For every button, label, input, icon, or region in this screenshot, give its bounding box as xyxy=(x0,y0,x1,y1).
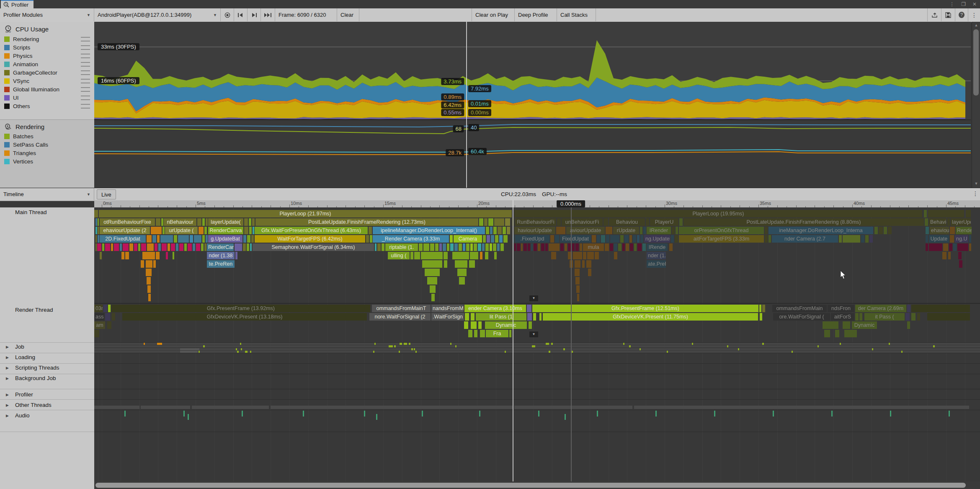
flame-segment[interactable]: ng.UpdateB xyxy=(644,235,670,243)
expand-stack-button[interactable]: ▼ xyxy=(529,295,538,301)
flame-segment[interactable] xyxy=(148,294,151,301)
flame-segment[interactable]: unBehaviourFi xyxy=(562,218,603,226)
toolbar-menu-button[interactable]: ⋮ xyxy=(968,8,980,21)
flame-segment[interactable] xyxy=(100,252,102,259)
flame-segment[interactable] xyxy=(173,252,174,259)
drag-handle-icon[interactable] xyxy=(81,70,90,75)
flame-segment[interactable] xyxy=(487,235,490,243)
flame-segment[interactable] xyxy=(480,330,485,337)
flame-segment[interactable]: WaitForTargetFPS (6.42ms) xyxy=(255,235,365,243)
flame-segment[interactable] xyxy=(455,260,467,268)
flame-segment[interactable]: nBehaviour xyxy=(164,218,196,226)
flame-segment[interactable] xyxy=(588,269,591,276)
timeline-flame-view[interactable]: PlayerLoop (21.97ms)PlayerLoop (19.95ms)… xyxy=(94,207,980,481)
flame-segment[interactable] xyxy=(503,227,506,234)
rendering-module-header[interactable]: Rendering xyxy=(0,120,94,132)
flame-segment[interactable] xyxy=(640,227,642,234)
legend-item-scripts[interactable]: Scripts xyxy=(0,43,94,52)
flame-segment[interactable] xyxy=(382,243,384,251)
flame-segment[interactable]: te.PreRen xyxy=(207,260,235,268)
drag-handle-icon[interactable] xyxy=(81,54,90,58)
flame-segment[interactable] xyxy=(199,227,204,234)
flame-segment[interactable] xyxy=(583,252,586,259)
flame-segment[interactable]: Gfx.WaitForPresentOnGfxThread (6.43ms) xyxy=(255,227,368,234)
flame-segment[interactable] xyxy=(844,330,857,337)
clear-on-play-button[interactable]: Clear on Play xyxy=(472,8,515,21)
flame-segment[interactable] xyxy=(601,235,605,243)
thread-row-main-thread[interactable]: Main Thread xyxy=(15,209,47,215)
thread-row-audio[interactable]: ▶Audio xyxy=(15,412,30,419)
flame-segment[interactable] xyxy=(637,235,640,243)
flame-segment[interactable]: FixedUpdat xyxy=(560,235,591,243)
flame-segment[interactable] xyxy=(153,260,156,268)
flame-segment[interactable] xyxy=(533,313,536,321)
flame-segment[interactable] xyxy=(759,305,761,312)
drag-handle-icon[interactable] xyxy=(81,87,90,92)
flame-segment[interactable] xyxy=(146,269,152,276)
flame-segment[interactable] xyxy=(112,313,115,321)
flame-segment[interactable] xyxy=(102,243,104,251)
flame-segment[interactable] xyxy=(509,330,511,337)
flame-segment[interactable] xyxy=(911,305,970,312)
flame-segment[interactable] xyxy=(204,243,206,251)
flame-segment[interactable] xyxy=(454,243,458,251)
thread-row-render-thread[interactable]: Render Thread xyxy=(15,307,53,313)
flame-segment[interactable] xyxy=(469,260,475,268)
flame-segment[interactable] xyxy=(235,252,237,259)
flame-segment[interactable]: nore.WaitForSignal (2 xyxy=(369,313,431,321)
flame-segment[interactable] xyxy=(419,243,423,251)
flame-segment[interactable] xyxy=(565,243,567,251)
flame-segment[interactable] xyxy=(457,269,467,276)
flame-segment[interactable] xyxy=(252,218,255,226)
flame-segment[interactable] xyxy=(435,243,438,251)
cpu-usage-chart[interactable] xyxy=(94,22,971,119)
flame-segment[interactable]: nder Camera (2.7 xyxy=(772,235,838,243)
legend-item-global-illumination[interactable]: Global Illumination xyxy=(0,85,94,93)
legend-item-ui[interactable]: UI xyxy=(0,93,94,102)
flame-segment[interactable] xyxy=(765,227,768,234)
flame-segment[interactable] xyxy=(482,243,485,251)
flame-segment[interactable] xyxy=(823,321,838,329)
flame-segment[interactable] xyxy=(168,243,170,251)
flame-segment[interactable] xyxy=(478,243,481,251)
flame-segment[interactable]: IRende xyxy=(647,243,668,251)
legend-item-animation[interactable]: Animation xyxy=(0,60,94,68)
legend-item-vsync[interactable]: VSync xyxy=(0,77,94,85)
flame-segment[interactable] xyxy=(485,243,489,251)
flame-segment[interactable] xyxy=(97,243,101,251)
flame-segment[interactable]: g.UpdateBat xyxy=(208,235,242,243)
flame-segment[interactable]: Behaviou xyxy=(609,218,645,226)
flame-segment[interactable] xyxy=(103,305,107,312)
flame-segment[interactable] xyxy=(423,243,429,251)
flame-segment[interactable]: aviourUpdate xyxy=(566,227,605,234)
flame-segment[interactable] xyxy=(176,243,178,251)
flame-segment[interactable] xyxy=(573,252,582,259)
flame-segment[interactable] xyxy=(466,243,469,251)
flame-segment[interactable]: Gfx.PresentFrame (12.51ms) xyxy=(532,305,758,312)
flame-segment[interactable] xyxy=(843,321,850,329)
flame-segment[interactable]: am xyxy=(94,321,105,329)
flame-segment[interactable] xyxy=(430,285,436,293)
flame-segment[interactable] xyxy=(907,321,910,329)
flame-segment[interactable]: ommandsFromMain xyxy=(772,305,827,312)
flame-segment[interactable] xyxy=(907,305,910,312)
flame-segment[interactable] xyxy=(158,243,161,251)
flame-segment[interactable] xyxy=(95,243,97,251)
flame-segment[interactable] xyxy=(575,269,580,276)
flame-segment[interactable] xyxy=(166,252,168,259)
flame-segment[interactable] xyxy=(637,243,642,251)
flame-segment[interactable]: RenderCar xyxy=(207,243,234,251)
flame-segment[interactable] xyxy=(494,252,497,259)
flame-segment[interactable] xyxy=(480,252,482,259)
flame-segment[interactable] xyxy=(605,243,609,251)
flame-segment[interactable]: ass xyxy=(94,313,104,321)
thread-row-other-threads[interactable]: ▶Other Threads xyxy=(15,402,52,408)
flame-segment[interactable]: aitForS xyxy=(831,313,854,321)
flame-segment[interactable] xyxy=(911,313,916,321)
flame-segment[interactable] xyxy=(108,305,111,312)
flame-segment[interactable] xyxy=(377,243,381,251)
flame-segment[interactable] xyxy=(206,218,208,226)
flame-segment[interactable] xyxy=(495,235,498,243)
flame-segment[interactable] xyxy=(178,235,189,243)
live-toggle-button[interactable]: Live xyxy=(97,189,116,199)
